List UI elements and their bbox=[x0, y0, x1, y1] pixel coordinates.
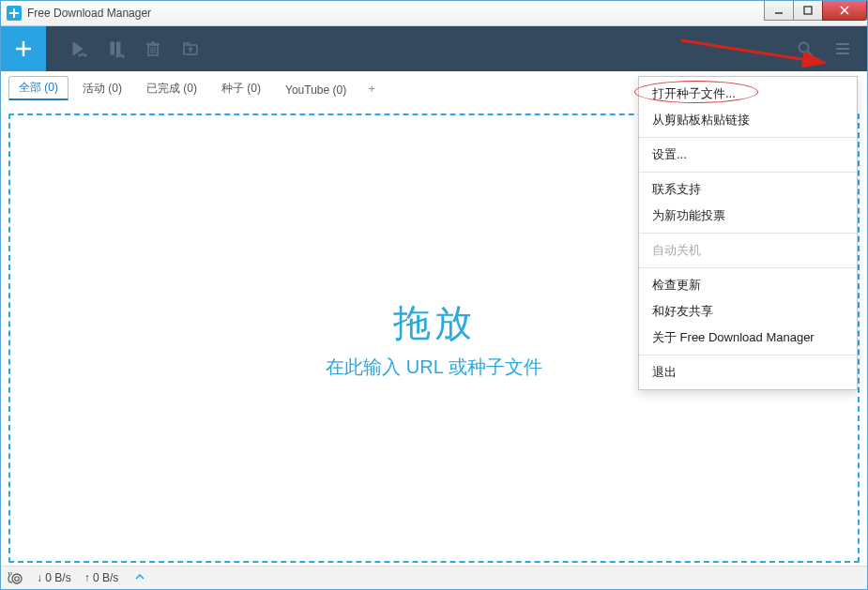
search-icon bbox=[796, 39, 815, 58]
start-button[interactable] bbox=[59, 30, 97, 68]
delete-button[interactable] bbox=[134, 30, 172, 68]
svg-line-24 bbox=[808, 52, 813, 56]
menu-item[interactable]: 和好友共享 bbox=[639, 298, 857, 325]
svg-rect-1 bbox=[804, 7, 812, 14]
svg-point-9 bbox=[84, 54, 86, 56]
main-menu: 打开种子文件...从剪贴板粘贴链接设置...联系支持为新功能投票自动关机检查更新… bbox=[638, 76, 858, 390]
svg-point-23 bbox=[799, 43, 809, 53]
svg-point-29 bbox=[15, 577, 20, 582]
menu-item[interactable]: 打开种子文件... bbox=[639, 81, 857, 107]
app-icon bbox=[7, 6, 22, 21]
svg-point-28 bbox=[12, 574, 22, 583]
chevron-up-icon bbox=[135, 572, 145, 582]
menu-separator bbox=[639, 137, 857, 138]
menu-separator bbox=[639, 355, 857, 356]
menu-separator bbox=[639, 267, 857, 268]
minimize-button[interactable] bbox=[764, 1, 794, 21]
filter-tab[interactable]: 全部 (0) bbox=[8, 76, 69, 100]
menu-item: 自动关机 bbox=[639, 237, 857, 264]
svg-rect-10 bbox=[111, 42, 114, 54]
filter-tab[interactable]: 活动 (0) bbox=[72, 77, 132, 99]
menu-item[interactable]: 检查更新 bbox=[639, 272, 857, 298]
svg-line-30 bbox=[8, 572, 9, 575]
svg-point-8 bbox=[79, 54, 81, 56]
svg-rect-11 bbox=[117, 42, 121, 54]
maximize-button[interactable] bbox=[793, 1, 823, 21]
snail-icon bbox=[7, 569, 23, 586]
titlebar: Free Download Manager bbox=[1, 1, 867, 26]
svg-marker-6 bbox=[73, 42, 83, 55]
window-title: Free Download Manager bbox=[27, 7, 151, 20]
search-button[interactable] bbox=[786, 30, 824, 68]
pause-button[interactable] bbox=[97, 30, 134, 68]
status-bar: ↓ 0 B/s ↑ 0 B/s bbox=[1, 566, 867, 589]
svg-point-12 bbox=[119, 54, 121, 56]
menu-item[interactable]: 设置... bbox=[639, 142, 857, 168]
menu-separator bbox=[639, 233, 857, 234]
menu-item[interactable]: 关于 Free Download Manager bbox=[639, 325, 857, 351]
menu-item[interactable]: 为新功能投票 bbox=[639, 203, 857, 229]
svg-point-14 bbox=[122, 55, 124, 57]
menu-item[interactable]: 联系支持 bbox=[639, 176, 857, 203]
drop-subtitle: 在此输入 URL 或种子文件 bbox=[326, 355, 541, 380]
add-download-button[interactable] bbox=[1, 26, 46, 71]
speed-expand-button[interactable] bbox=[135, 571, 145, 584]
upload-speed: ↑ 0 B/s bbox=[84, 571, 119, 584]
menu-separator bbox=[639, 172, 857, 173]
menu-item[interactable]: 从剪贴板粘贴链接 bbox=[639, 107, 857, 133]
drop-title: 拖放 bbox=[393, 297, 476, 349]
move-button[interactable] bbox=[172, 30, 209, 68]
add-tab-button[interactable]: + bbox=[360, 79, 383, 99]
menu-item[interactable]: 退出 bbox=[639, 359, 857, 386]
pause-icon bbox=[106, 39, 125, 58]
filter-tab[interactable]: 种子 (0) bbox=[211, 77, 271, 99]
close-button[interactable] bbox=[822, 1, 867, 21]
download-speed: ↓ 0 B/s bbox=[37, 571, 71, 584]
app-window: Free Download Manager bbox=[0, 0, 868, 590]
svg-point-7 bbox=[82, 53, 84, 55]
filter-tab[interactable]: YouTube (0) bbox=[275, 80, 357, 99]
folder-icon bbox=[181, 39, 200, 58]
toolbar bbox=[1, 26, 867, 71]
window-buttons bbox=[765, 1, 867, 20]
trash-icon bbox=[144, 39, 162, 58]
menu-button[interactable] bbox=[824, 30, 861, 68]
plus-icon bbox=[13, 38, 34, 59]
hamburger-icon bbox=[833, 39, 852, 58]
snail-mode-button[interactable] bbox=[7, 569, 23, 586]
filter-tab[interactable]: 已完成 (0) bbox=[136, 77, 207, 99]
play-icon bbox=[69, 39, 87, 58]
svg-point-13 bbox=[116, 55, 118, 57]
